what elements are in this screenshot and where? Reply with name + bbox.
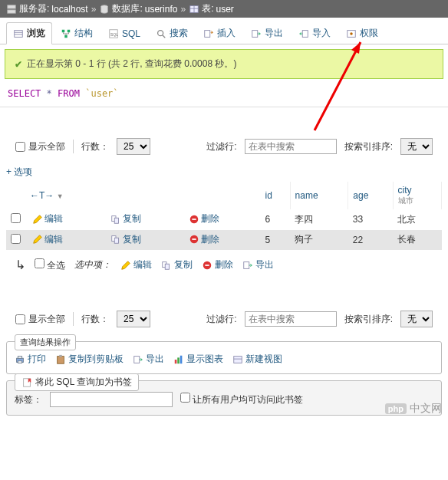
pencil-icon	[120, 260, 131, 271]
breadcrumb-bar: 服务器: localhost » 数据库: userinfo » 表: user	[0, 0, 448, 18]
svg-line-15	[163, 35, 166, 38]
filter-input[interactable]	[245, 139, 337, 154]
col-id[interactable]: id	[261, 182, 290, 209]
tab-browse[interactable]: 浏览	[6, 22, 52, 44]
copy-icon	[110, 234, 121, 245]
pencil-icon	[32, 234, 43, 245]
insert-icon	[203, 28, 214, 39]
import-icon	[298, 28, 309, 39]
ops-view[interactable]: 新建视图	[232, 353, 282, 366]
show-all-checkbox[interactable]: 显示全部	[15, 140, 65, 153]
ops-print[interactable]: 打印	[15, 353, 46, 366]
svg-text:SQL: SQL	[110, 31, 119, 36]
tab-import[interactable]: 导入	[292, 22, 338, 44]
export-icon	[242, 260, 253, 271]
svg-rect-16	[205, 30, 210, 37]
options-toggle[interactable]: + 选项	[0, 163, 448, 182]
table-icon	[189, 4, 199, 15]
query-result-ops: 查询结果操作 打印 复制到剪贴板 导出 显示图表 新建视图	[6, 341, 442, 374]
row-copy[interactable]: 复制	[108, 212, 143, 225]
bookmark-label: 标签：	[15, 393, 42, 406]
row-delete[interactable]: 删除	[186, 212, 222, 225]
pencil-icon	[32, 214, 43, 225]
rows-select-2[interactable]: 25	[117, 311, 150, 327]
bookmark-allow-all[interactable]: 让所有用户均可访问此书签	[180, 393, 303, 406]
svg-rect-43	[234, 356, 242, 363]
breadcrumb-database[interactable]: 数据库: userinfo	[99, 2, 177, 15]
cell-city: 长春	[393, 230, 441, 251]
filter-input-2[interactable]	[245, 311, 337, 327]
bulk-actions: ↳ 全选 选中项： 编辑 复制 删除 导出	[0, 250, 448, 280]
col-name[interactable]: name	[290, 182, 348, 209]
copy-icon	[110, 214, 121, 225]
sort-select[interactable]: 无	[400, 138, 433, 155]
cell-age: 33	[348, 209, 393, 230]
tab-structure[interactable]: 结构	[54, 22, 100, 44]
print-icon	[15, 354, 25, 365]
tab-search[interactable]: 搜索	[149, 22, 195, 44]
tab-sql[interactable]: SQLSQL	[101, 22, 147, 44]
search-icon	[156, 28, 166, 39]
clipboard-icon	[55, 354, 66, 365]
tab-export[interactable]: 导出	[244, 22, 290, 44]
database-icon	[99, 4, 110, 15]
row-delete[interactable]: 删除	[186, 233, 222, 246]
sort-select-2[interactable]: 无	[400, 311, 433, 327]
svg-rect-41	[177, 357, 180, 363]
svg-rect-11	[64, 35, 68, 38]
row-checkbox[interactable]	[11, 213, 21, 223]
svg-point-14	[158, 30, 163, 35]
col-actions[interactable]: ←T→ ▼	[25, 182, 261, 209]
ops-clipboard[interactable]: 复制到剪贴板	[55, 353, 124, 366]
structure-icon	[61, 28, 71, 39]
svg-rect-38	[59, 354, 62, 357]
bulk-delete[interactable]: 删除	[202, 258, 233, 271]
breadcrumb-server[interactable]: 服务器: localhost	[6, 2, 88, 15]
delete-icon	[189, 234, 199, 245]
check-icon: ✔	[15, 59, 22, 70]
bookmark-box: 将此 SQL 查询加为书签 标签： 让所有用户均可访问此书签	[6, 380, 442, 416]
ops-export[interactable]: 导出	[133, 353, 164, 366]
controls-top: 显示全部 行数： 25 过滤行: 按索引排序: 无	[0, 130, 448, 163]
breadcrumb-table[interactable]: 表: user	[189, 2, 234, 15]
server-icon	[6, 4, 17, 15]
row-checkbox[interactable]	[11, 234, 21, 244]
bulk-edit[interactable]: 编辑	[120, 258, 152, 271]
table-row: 编辑 复制 删除 6 李四 33 北京	[6, 209, 442, 230]
ops-chart[interactable]: 显示图表	[173, 353, 223, 366]
table-row: 编辑 复制 删除 5 狗子 22 长春	[6, 230, 442, 251]
view-icon	[232, 354, 243, 365]
svg-rect-37	[58, 356, 64, 363]
col-age[interactable]: age	[348, 182, 393, 209]
show-all-checkbox-2[interactable]: 显示全部	[15, 313, 65, 326]
sort-label: 按索引排序:	[344, 140, 393, 153]
rows-select[interactable]: 25	[117, 138, 150, 155]
filter-label-2: 过滤行:	[206, 313, 236, 326]
col-city[interactable]: city城市	[393, 182, 441, 209]
select-all-checkbox[interactable]: 全选	[35, 258, 65, 272]
browse-icon	[13, 28, 24, 39]
cell-name: 李四	[290, 209, 348, 230]
watermark: php 中文网	[385, 402, 442, 416]
ops-title: 查询结果操作	[15, 334, 76, 350]
bulk-export[interactable]: 导出	[242, 258, 274, 271]
tab-insert[interactable]: 插入	[196, 22, 242, 44]
svg-rect-33	[244, 261, 249, 268]
tab-privileges[interactable]: 权限	[339, 22, 385, 44]
bookmark-input[interactable]	[50, 392, 173, 407]
svg-rect-36	[18, 360, 21, 363]
controls-bottom: 显示全部 行数： 25 过滤行: 按索引排序: 无	[0, 303, 448, 335]
delete-icon	[202, 260, 212, 271]
svg-rect-9	[62, 29, 65, 32]
row-copy[interactable]: 复制	[108, 233, 143, 246]
results-table: ←T→ ▼ id name age city城市 编辑 复制 删除 6 李四 3…	[6, 182, 442, 250]
row-edit[interactable]: 编辑	[30, 233, 65, 246]
svg-rect-1	[8, 9, 16, 12]
delete-icon	[189, 214, 199, 225]
tab-bar: 浏览 结构 SQLSQL 搜索 插入 导出 导入 权限	[0, 18, 448, 44]
export-icon	[251, 28, 262, 39]
cell-age: 22	[348, 230, 393, 251]
bulk-copy[interactable]: 复制	[161, 258, 193, 271]
cell-city: 北京	[393, 209, 441, 230]
row-edit[interactable]: 编辑	[30, 212, 65, 225]
